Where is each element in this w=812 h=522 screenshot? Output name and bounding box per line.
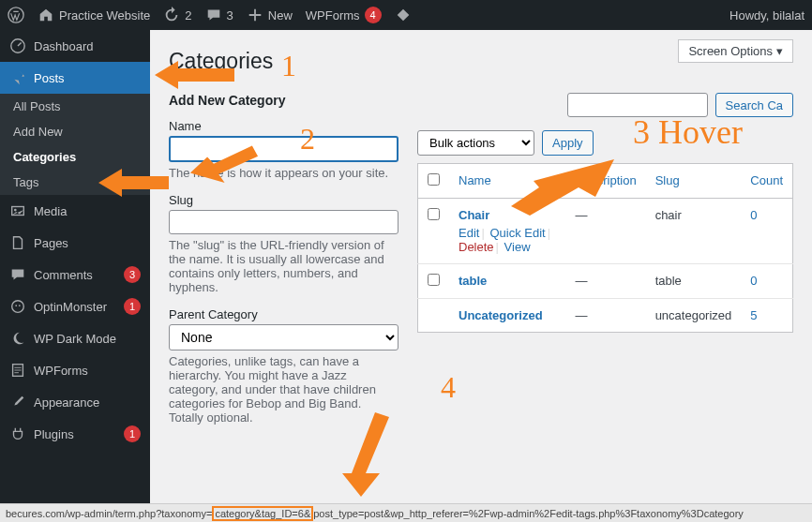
plug-icon bbox=[9, 425, 26, 442]
chevron-down-icon: ▾ bbox=[776, 44, 783, 58]
comment-icon bbox=[9, 266, 26, 283]
submenu-categories[interactable]: Categories bbox=[0, 144, 150, 170]
apply-button[interactable]: Apply bbox=[542, 130, 594, 156]
category-name-link[interactable]: Uncategorized bbox=[459, 308, 543, 322]
select-all-checkbox[interactable] bbox=[428, 173, 440, 186]
svg-point-5 bbox=[15, 305, 17, 306]
bulk-actions-select[interactable]: Bulk actions bbox=[417, 130, 534, 156]
menu-dashboard[interactable]: Dashboard bbox=[0, 30, 150, 62]
menu-comments[interactable]: Comments 3 bbox=[0, 259, 150, 291]
diamond-icon bbox=[395, 7, 412, 23]
annotation-number-3: 3 Hover bbox=[633, 112, 743, 152]
menu-pages[interactable]: Pages bbox=[0, 227, 150, 259]
update-icon bbox=[163, 7, 180, 23]
name-help: The name is how it appears on your site. bbox=[169, 166, 398, 180]
menu-label: OptinMonster bbox=[34, 300, 107, 314]
wpforms-label: WPForms bbox=[306, 8, 360, 22]
diamond-link[interactable] bbox=[395, 7, 412, 23]
site-name-link[interactable]: Practice Website bbox=[38, 7, 150, 23]
parent-label: Parent Category bbox=[169, 307, 398, 321]
wordpress-icon bbox=[8, 7, 24, 23]
comments-link[interactable]: 3 bbox=[205, 7, 233, 23]
screen-options-label: Screen Options bbox=[688, 44, 773, 58]
brush-icon bbox=[9, 394, 26, 410]
category-name-link[interactable]: table bbox=[459, 274, 487, 288]
count-link[interactable]: 0 bbox=[750, 208, 757, 222]
category-name-link[interactable]: Chair bbox=[459, 208, 489, 222]
moon-icon bbox=[9, 330, 26, 347]
table-row: Chair Edit| Quick Edit| Delete| View — c… bbox=[418, 199, 793, 264]
status-highlight: category&tag_ID=6& bbox=[212, 506, 313, 521]
menu-label: Media bbox=[34, 204, 67, 218]
wpforms-link[interactable]: WPForms 4 bbox=[306, 7, 382, 23]
submenu-all-posts[interactable]: All Posts bbox=[0, 94, 150, 119]
name-input[interactable] bbox=[169, 136, 398, 162]
comments-badge: 3 bbox=[124, 266, 141, 283]
dashboard-icon bbox=[9, 37, 26, 54]
menu-posts[interactable]: Posts bbox=[0, 62, 150, 94]
view-link[interactable]: View bbox=[504, 240, 531, 254]
menu-label: WPForms bbox=[34, 364, 88, 378]
menu-optinmonster[interactable]: OptinMonster 1 bbox=[0, 291, 150, 322]
svg-point-0 bbox=[8, 7, 23, 22]
row-checkbox[interactable] bbox=[428, 208, 440, 220]
cell-desc: — bbox=[566, 264, 646, 299]
menu-label: Posts bbox=[34, 71, 65, 85]
slug-help: The "slug" is the URL-friendly version o… bbox=[169, 238, 398, 294]
submenu-add-new[interactable]: Add New bbox=[0, 119, 150, 144]
comments-count: 3 bbox=[227, 8, 233, 22]
svg-point-4 bbox=[12, 301, 24, 313]
parent-select[interactable]: None bbox=[169, 324, 398, 350]
col-count[interactable]: Count bbox=[750, 173, 783, 187]
menu-label: Comments bbox=[34, 268, 93, 282]
pin-icon bbox=[9, 69, 26, 86]
cell-slug: uncategorized bbox=[646, 299, 742, 333]
optin-icon bbox=[9, 298, 26, 315]
screen-options-button[interactable]: Screen Options ▾ bbox=[678, 39, 793, 63]
delete-link[interactable]: Delete bbox=[459, 240, 494, 254]
edit-link[interactable]: Edit bbox=[459, 226, 479, 240]
menu-label: Appearance bbox=[34, 395, 99, 410]
col-slug[interactable]: Slug bbox=[655, 173, 680, 187]
admin-bar: Practice Website 2 3 New WPForms 4 Howdy… bbox=[0, 0, 812, 30]
new-label: New bbox=[268, 8, 293, 22]
count-link[interactable]: 0 bbox=[750, 274, 757, 288]
svg-point-6 bbox=[19, 305, 21, 306]
add-category-form: Add New Category Name The name is how it… bbox=[169, 93, 398, 438]
posts-submenu: All Posts Add New Categories Tags bbox=[0, 94, 150, 195]
wp-logo[interactable] bbox=[8, 7, 24, 23]
count-link[interactable]: 5 bbox=[750, 308, 757, 322]
menu-label: WP Dark Mode bbox=[34, 332, 116, 346]
menu-wpforms[interactable]: WPForms bbox=[0, 354, 150, 386]
parent-help: Categories, unlike tags, can have a hier… bbox=[169, 354, 398, 425]
pages-icon bbox=[9, 234, 26, 251]
menu-appearance[interactable]: Appearance bbox=[0, 386, 150, 418]
new-link[interactable]: New bbox=[247, 7, 293, 23]
howdy-link[interactable]: Howdy, bilalat bbox=[729, 8, 804, 22]
table-row: Uncategorized — uncategorized 5 bbox=[418, 299, 793, 333]
home-icon bbox=[38, 7, 54, 23]
wpforms-badge: 4 bbox=[365, 7, 382, 23]
menu-label: Dashboard bbox=[34, 39, 94, 53]
cell-desc: — bbox=[566, 199, 646, 264]
menu-media[interactable]: Media bbox=[0, 195, 150, 227]
row-checkbox[interactable] bbox=[428, 274, 440, 286]
slug-input[interactable] bbox=[169, 210, 398, 234]
table-row: table — table 0 bbox=[418, 264, 793, 299]
browser-statusbar: becures.com/wp-admin/term.php?taxonomy=c… bbox=[0, 503, 812, 522]
col-name[interactable]: Name bbox=[459, 173, 491, 187]
site-name: Practice Website bbox=[59, 8, 150, 22]
quick-edit-link[interactable]: Quick Edit bbox=[489, 226, 545, 240]
name-label: Name bbox=[169, 119, 398, 133]
row-actions: Edit| Quick Edit| Delete| View bbox=[459, 226, 557, 254]
updates-link[interactable]: 2 bbox=[163, 7, 191, 23]
menu-wpdark[interactable]: WP Dark Mode bbox=[0, 322, 150, 354]
status-post: post_type=post&wp_http_referer=%2Fwp-adm… bbox=[313, 508, 744, 519]
optin-badge: 1 bbox=[124, 298, 141, 315]
menu-label: Plugins bbox=[34, 427, 74, 441]
col-desc[interactable]: Description bbox=[576, 173, 637, 187]
categories-table: Name Description Slug Count Chair Edit| bbox=[417, 163, 793, 333]
annotation-number-1: 1 bbox=[281, 49, 296, 83]
menu-plugins[interactable]: Plugins 1 bbox=[0, 418, 150, 450]
submenu-tags[interactable]: Tags bbox=[0, 170, 150, 195]
